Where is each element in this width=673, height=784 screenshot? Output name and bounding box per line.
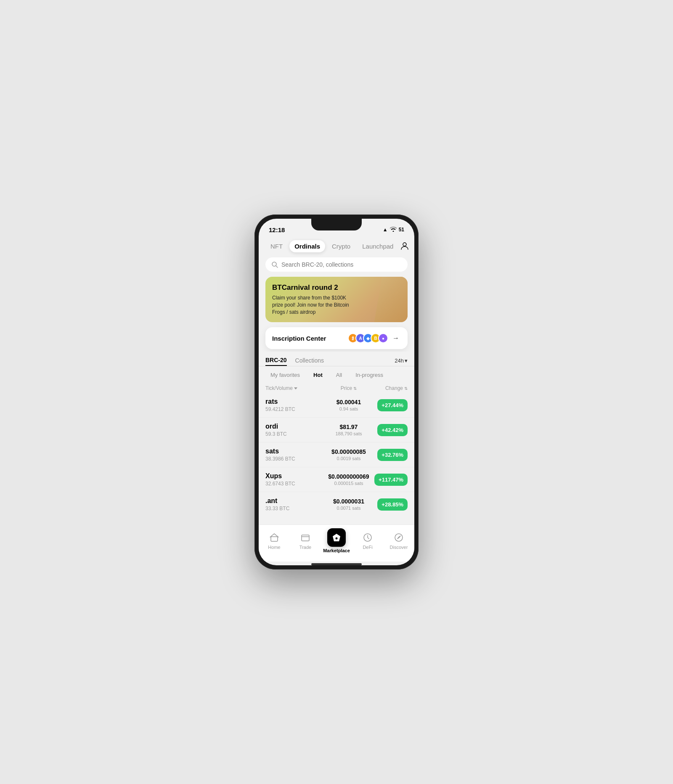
home-indicator <box>311 563 362 565</box>
token-volume: 32.6743 BTC <box>265 481 328 487</box>
inscription-right: ₿ A ◆ B ● → <box>348 333 401 343</box>
search-icon <box>271 261 278 268</box>
tab-ordinals[interactable]: Ordinals <box>289 240 325 252</box>
nav-label-discover: Discover <box>390 545 408 550</box>
svg-rect-3 <box>271 537 278 541</box>
token-price-rats: $0.00041 0.94 sats <box>328 399 370 411</box>
inscription-center-label: Inscription Center <box>272 335 326 342</box>
token-change-ant: +28.85% <box>370 498 408 511</box>
bottom-nav: Home Trade Marketplace <box>259 524 414 562</box>
tab-crypto[interactable]: Crypto <box>327 240 355 252</box>
filter-favorites[interactable]: My favorites <box>265 370 305 380</box>
signal-icon: ▲ <box>383 227 388 233</box>
time-filter-chevron: ▾ <box>405 358 408 364</box>
nav-label-home: Home <box>268 545 280 550</box>
token-volume: 33.33 BTC <box>265 506 328 511</box>
token-price-sats: $0.00000085 0.0019 sats <box>328 448 370 461</box>
token-change-rats: +27.44% <box>370 399 408 411</box>
token-name: Xups <box>265 472 328 480</box>
profile-icon[interactable] <box>400 240 409 252</box>
promo-banner[interactable]: BTCarnival round 2 Claim your share from… <box>265 277 408 322</box>
inscription-center-card[interactable]: Inscription Center ₿ A ◆ B ● → <box>265 327 408 349</box>
banner-description: Claim your share from the $100K prize po… <box>272 294 356 315</box>
token-info-sats: sats 38.3986 BTC <box>265 448 328 462</box>
filter-hot[interactable]: Hot <box>308 370 328 380</box>
token-change-ordi: +42.42% <box>370 424 408 436</box>
token-name: .ant <box>265 497 328 505</box>
token-name: ordi <box>265 423 328 430</box>
nav-item-home[interactable]: Home <box>259 532 290 550</box>
token-price-ordi: $81.97 188,790 sats <box>328 424 370 436</box>
nav-label-defi: DeFi <box>363 545 372 550</box>
token-info-xups: Xups 32.6743 BTC <box>265 472 328 487</box>
token-info-rats: rats 59.4212 BTC <box>265 398 328 412</box>
tab-nft[interactable]: NFT <box>265 240 288 252</box>
tick-sort-icon <box>294 387 297 389</box>
svg-point-7 <box>336 538 338 540</box>
table-row[interactable]: Xups 32.6743 BTC $0.0000000069 0.000015 … <box>259 467 414 492</box>
token-price-xups: $0.0000000069 0.000015 sats <box>328 473 370 486</box>
token-change-xups: +117.47% <box>370 474 408 486</box>
token-list: rats 59.4212 BTC $0.00041 0.94 sats +27.… <box>259 393 414 524</box>
change-sort-icon: ⇅ <box>404 386 408 391</box>
token-info-ant: .ant 33.33 BTC <box>265 497 328 511</box>
token-name: sats <box>265 448 328 455</box>
time-filter[interactable]: 24h ▾ <box>395 358 408 364</box>
main-content: BRC-20 Collections 24h ▾ My favorites Ho… <box>259 352 414 524</box>
token-info-ordi: ordi 59.3 BTC <box>265 423 328 437</box>
token-volume: 59.3 BTC <box>265 431 328 437</box>
col-header-change: Change ⇅ <box>370 385 408 391</box>
token-volume: 59.4212 BTC <box>265 406 328 412</box>
price-sort-icon: ⇅ <box>353 386 357 391</box>
col-header-price: Price ⇅ <box>328 385 370 391</box>
tab-launchpad[interactable]: Launchpad <box>357 240 398 252</box>
sub-tab-collections[interactable]: Collections <box>295 355 324 366</box>
phone-screen: 12:18 ▲ 51 NFT Ordinals Crypto Launchpad <box>259 219 414 565</box>
table-row[interactable]: sats 38.3986 BTC $0.00000085 0.0019 sats… <box>259 442 414 467</box>
phone-frame: 12:18 ▲ 51 NFT Ordinals Crypto Launchpad <box>254 215 419 569</box>
table-row[interactable]: .ant 33.33 BTC $0.0000031 0.0071 sats +2… <box>259 492 414 516</box>
nav-label-marketplace: Marketplace <box>323 548 350 553</box>
nav-tabs: NFT Ordinals Crypto Launchpad <box>259 237 414 255</box>
nav-item-marketplace[interactable]: Marketplace <box>321 528 352 553</box>
table-header: Tick/Volume Price ⇅ Change ⇅ <box>259 384 414 393</box>
status-time: 12:18 <box>269 226 285 233</box>
svg-point-0 <box>403 243 406 246</box>
trade-icon <box>299 532 311 543</box>
crypto-icons-group: ₿ A ◆ B ● <box>348 333 388 343</box>
search-bar[interactable] <box>265 257 408 272</box>
notch <box>311 219 362 230</box>
status-icons: ▲ 51 <box>383 227 404 233</box>
filter-all[interactable]: All <box>331 370 347 380</box>
inscription-center-arrow[interactable]: → <box>391 333 401 343</box>
token-volume: 38.3986 BTC <box>265 456 328 462</box>
sub-tabs-row: BRC-20 Collections 24h ▾ <box>259 352 414 366</box>
table-row[interactable]: ordi 59.3 BTC $81.97 188,790 sats +42.42… <box>259 418 414 442</box>
filter-row: My favorites Hot All In-progress <box>259 366 414 384</box>
crypto-icon-5: ● <box>378 333 388 343</box>
search-input[interactable] <box>281 261 402 268</box>
filter-inprogress[interactable]: In-progress <box>350 370 388 380</box>
svg-rect-4 <box>302 535 309 541</box>
defi-icon <box>362 532 374 543</box>
sub-tab-brc20[interactable]: BRC-20 <box>265 355 287 366</box>
token-change-sats: +32.76% <box>370 449 408 461</box>
svg-line-2 <box>276 266 278 268</box>
home-icon <box>268 532 280 543</box>
nav-item-discover[interactable]: Discover <box>383 532 414 550</box>
col-header-tick: Tick/Volume <box>265 385 328 391</box>
marketplace-icon <box>327 528 346 547</box>
nav-label-trade: Trade <box>299 545 311 550</box>
nav-item-defi[interactable]: DeFi <box>352 532 383 550</box>
discover-icon <box>393 532 405 543</box>
table-row[interactable]: rats 59.4212 BTC $0.00041 0.94 sats +27.… <box>259 393 414 418</box>
token-price-ant: $0.0000031 0.0071 sats <box>328 498 370 511</box>
wifi-icon <box>390 227 397 233</box>
nav-item-trade[interactable]: Trade <box>290 532 321 550</box>
battery-icon: 51 <box>399 227 404 233</box>
token-name: rats <box>265 398 328 405</box>
